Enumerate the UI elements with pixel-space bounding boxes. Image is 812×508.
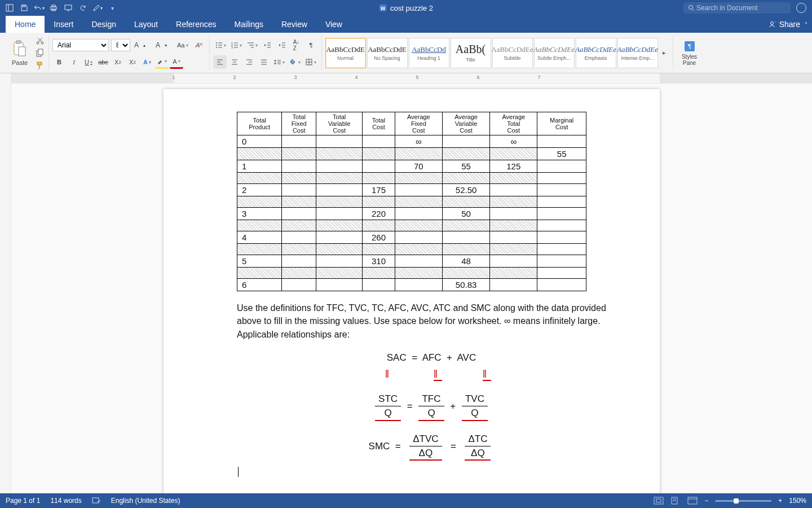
table-cell: 5 <box>237 255 282 268</box>
paragraph-group: 123 A↓Z ¶ <box>210 35 322 71</box>
svg-text:W: W <box>381 6 386 11</box>
table-header: TotalProduct <box>237 112 282 135</box>
table-cell: 55 <box>442 160 489 173</box>
copy-icon[interactable] <box>35 48 45 58</box>
table-cell: 175 <box>363 184 395 196</box>
share-button[interactable]: + Share ˄ <box>764 16 812 33</box>
qat-customize-icon[interactable]: ▾ <box>106 2 118 14</box>
quick-access-toolbar: ▾ ▾ ▾ <box>0 2 118 14</box>
tab-mailings[interactable]: Mailings <box>226 16 272 33</box>
language-indicator[interactable]: English (United States) <box>111 497 180 505</box>
spellcheck-icon[interactable] <box>92 497 101 505</box>
font-size-combo[interactable]: 8 <box>111 39 130 51</box>
multilevel-list-button[interactable] <box>245 38 259 52</box>
svg-rect-0 <box>6 5 13 11</box>
table-row <box>237 220 586 231</box>
shading-button[interactable] <box>288 55 302 69</box>
cut-icon[interactable] <box>35 36 45 46</box>
strikethrough-button[interactable]: abc <box>96 55 110 69</box>
line-spacing-button[interactable] <box>272 55 286 69</box>
svg-rect-20 <box>38 49 43 55</box>
font-name-combo[interactable]: Arial <box>52 39 109 51</box>
font-color-button[interactable]: A <box>170 55 183 69</box>
bullets-button[interactable] <box>213 38 228 52</box>
zoom-slider[interactable] <box>715 500 771 502</box>
style-intense-emp-[interactable]: AaBbCcDdEeIntense Emp... <box>617 38 658 68</box>
superscript-button[interactable]: X2 <box>126 55 139 69</box>
print-icon[interactable] <box>47 2 60 14</box>
style-emphasis[interactable]: AaBbCcDdEeEmphasis <box>576 38 616 68</box>
bold-button[interactable]: B <box>52 55 66 69</box>
search-input[interactable] <box>696 4 786 12</box>
search-box[interactable] <box>683 2 791 14</box>
feedback-icon[interactable] <box>796 3 806 13</box>
document-canvas[interactable]: TotalProductTotalFixedCostTotalVariableC… <box>11 84 812 493</box>
subscript-button[interactable]: X2 <box>111 55 125 69</box>
align-right-button[interactable] <box>242 55 256 69</box>
text-effects-button[interactable]: A <box>140 55 154 69</box>
tab-references[interactable]: References <box>167 16 226 33</box>
format-painter-icon[interactable] <box>35 60 45 71</box>
table-cell <box>363 135 395 148</box>
chevron-up-icon[interactable]: ˄ <box>805 21 807 28</box>
style-subtitle[interactable]: AaBbCcDdEeSubtitle <box>492 38 533 68</box>
web-layout-icon[interactable] <box>687 497 698 505</box>
tab-layout[interactable]: Layout <box>125 16 167 33</box>
tab-design[interactable]: Design <box>82 16 125 33</box>
align-center-button[interactable] <box>228 55 241 69</box>
zoom-out-button[interactable]: − <box>704 497 708 505</box>
style-title[interactable]: AaBb(Title <box>451 38 491 68</box>
style-subtle-emph-[interactable]: AaBbCcDdEeSubtle Emph... <box>534 38 575 68</box>
print-layout-icon[interactable] <box>670 497 681 505</box>
save-icon[interactable] <box>18 2 30 14</box>
table-cell <box>282 255 316 268</box>
clipboard-group: Paste <box>3 35 49 71</box>
clear-formatting-button[interactable]: A <box>192 38 206 52</box>
justify-button[interactable] <box>257 55 271 69</box>
repeat-icon[interactable] <box>77 2 89 14</box>
change-case-button[interactable]: Aa <box>175 38 189 52</box>
page-indicator[interactable]: Page 1 of 1 <box>6 497 40 505</box>
table-cell: 70 <box>395 160 442 173</box>
show-marks-button[interactable]: ¶ <box>304 38 318 52</box>
tab-home[interactable]: Home <box>6 16 45 33</box>
italic-button[interactable]: I <box>67 55 81 69</box>
table-row: 650.83 <box>237 279 586 291</box>
instructions-text: Use the definitions for TFC, TVC, TC, AF… <box>237 301 626 341</box>
increase-indent-button[interactable] <box>275 38 289 52</box>
style-heading-1[interactable]: AaBbCcDdHeading 1 <box>409 38 449 68</box>
borders-button[interactable] <box>303 55 318 69</box>
table-cell <box>395 279 442 291</box>
focus-view-icon[interactable] <box>654 497 664 505</box>
window-layout-icon[interactable] <box>3 2 16 14</box>
align-left-button[interactable] <box>213 55 227 69</box>
svg-rect-4 <box>52 5 55 7</box>
shrink-font-button[interactable]: A▾ <box>154 38 173 52</box>
highlight-button[interactable] <box>155 55 169 69</box>
underline-button[interactable]: U <box>82 55 95 69</box>
grow-font-button[interactable]: A▴ <box>133 38 152 52</box>
style-no-spacing[interactable]: AaBbCcDdENo Spacing <box>367 38 408 68</box>
styles-pane-button[interactable]: ¶ Styles Pane <box>677 37 703 69</box>
table-header: AverageVariableCost <box>442 112 489 135</box>
table-cell <box>282 184 316 196</box>
zoom-in-button[interactable]: + <box>778 497 782 505</box>
tab-insert[interactable]: Insert <box>45 16 82 33</box>
table-cell <box>537 279 586 291</box>
styles-more-button[interactable]: ▸ <box>659 49 669 56</box>
table-row: 322050 <box>237 208 586 220</box>
sort-button[interactable]: A↓Z <box>290 38 303 52</box>
screen-icon[interactable] <box>62 2 74 14</box>
word-count[interactable]: 114 words <box>50 497 81 505</box>
table-cell <box>395 231 442 244</box>
undo-icon[interactable]: ▾ <box>33 2 45 14</box>
edit-icon[interactable]: ▾ <box>91 2 104 14</box>
decrease-indent-button[interactable] <box>261 38 274 52</box>
tab-view[interactable]: View <box>316 16 351 33</box>
tab-review[interactable]: Review <box>272 16 316 33</box>
status-bar: Page 1 of 1 114 words English (United St… <box>0 493 812 508</box>
numbering-button[interactable]: 123 <box>229 38 244 52</box>
style-normal[interactable]: AaBbCcDdENormal <box>325 38 366 68</box>
zoom-level[interactable]: 150% <box>789 497 806 505</box>
paste-button[interactable]: Paste <box>7 40 33 66</box>
